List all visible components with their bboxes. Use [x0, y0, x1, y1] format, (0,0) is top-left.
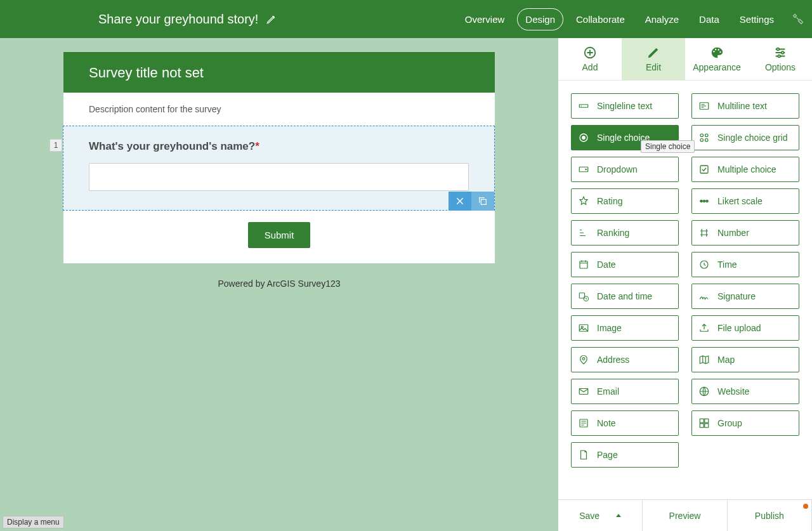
- number-icon: [698, 227, 710, 239]
- survey-name: Share your greyhound story!: [98, 12, 258, 27]
- website-icon: [698, 386, 710, 397]
- question-input[interactable]: [89, 163, 469, 191]
- svg-rect-35: [705, 424, 709, 428]
- qtype-label: Page: [597, 450, 618, 460]
- qtype-label: Multiline text: [717, 101, 767, 111]
- ranking-icon: [578, 227, 589, 239]
- single-choice-grid-icon: [698, 132, 710, 143]
- note-icon: [578, 417, 589, 429]
- edit-title-button[interactable]: [266, 13, 277, 25]
- powered-by: Powered by ArcGIS Survey123: [63, 279, 495, 289]
- qtype-signature[interactable]: Signature: [691, 284, 799, 309]
- single-choice-icon: [578, 132, 589, 143]
- svg-rect-33: [705, 419, 709, 423]
- qtype-page[interactable]: Page: [571, 442, 679, 468]
- qtype-time[interactable]: Time: [691, 252, 799, 277]
- dropdown-icon: [578, 164, 589, 175]
- svg-rect-29: [579, 389, 588, 395]
- submit-button[interactable]: Submit: [248, 222, 311, 248]
- qtype-likert-scale[interactable]: Likert scale: [691, 188, 799, 214]
- question-type-palette: Singleline textMultiline textSingle choi…: [558, 81, 812, 499]
- options-icon: [773, 46, 787, 60]
- save-button[interactable]: Save: [558, 500, 643, 531]
- browser-tooltip: Display a menu: [3, 516, 64, 528]
- qtype-email[interactable]: Email: [571, 379, 679, 404]
- svg-point-16: [705, 139, 709, 142]
- qtype-label: Multiple choice: [717, 164, 776, 174]
- qtype-address[interactable]: Address: [571, 347, 679, 372]
- qtype-website[interactable]: Website: [691, 379, 799, 404]
- qtype-singleline-text[interactable]: Singleline text: [571, 93, 679, 119]
- survey-description[interactable]: Description content for the survey: [63, 93, 495, 126]
- group-icon: [698, 417, 710, 429]
- svg-rect-9: [579, 105, 588, 108]
- qtype-label: Note: [597, 418, 616, 428]
- edit-icon: [646, 46, 660, 60]
- qtype-number[interactable]: Number: [691, 220, 799, 246]
- file-upload-icon: [698, 322, 710, 334]
- nav-overview[interactable]: Overview: [457, 9, 513, 30]
- svg-point-12: [582, 136, 586, 140]
- duplicate-question-button[interactable]: [471, 192, 494, 211]
- qtype-note[interactable]: Note: [571, 410, 679, 436]
- tab-add[interactable]: Add: [558, 38, 622, 80]
- svg-point-14: [705, 134, 709, 137]
- delete-question-button[interactable]: [449, 192, 471, 211]
- qtype-date-and-time[interactable]: Date and time: [571, 284, 679, 309]
- qtype-group[interactable]: Group: [691, 410, 799, 436]
- qtype-label: Number: [717, 228, 749, 238]
- qtype-file-upload[interactable]: File upload: [691, 315, 799, 341]
- save-label: Save: [579, 511, 599, 521]
- date-icon: [578, 259, 589, 270]
- question-label-text: What's your greyhound's name?: [89, 140, 255, 152]
- preview-button[interactable]: Preview: [643, 500, 727, 531]
- pencil-icon: [266, 13, 277, 25]
- qtype-multiple-choice[interactable]: Multiple choice: [691, 157, 799, 182]
- page-icon: [578, 449, 589, 461]
- appearance-icon: [710, 46, 724, 60]
- qtype-label: Rating: [597, 196, 622, 206]
- question-label: What's your greyhound's name?*: [89, 140, 469, 153]
- qtype-rating[interactable]: Rating: [571, 188, 679, 214]
- qtype-dropdown[interactable]: Dropdown: [571, 157, 679, 182]
- qtype-label: Date: [597, 259, 616, 270]
- nav-settings[interactable]: Settings: [732, 9, 782, 30]
- publish-button[interactable]: Publish: [728, 500, 812, 531]
- qtype-label: Likert scale: [717, 196, 763, 206]
- tab-options[interactable]: Options: [749, 38, 812, 80]
- multiple-choice-icon: [698, 164, 710, 175]
- svg-point-13: [700, 134, 704, 137]
- survey-canvas: Survey title not set Description content…: [0, 38, 558, 531]
- qtype-label: Single choice grid: [717, 133, 788, 143]
- nav-collaborate[interactable]: Collaborate: [568, 9, 632, 30]
- qtype-label: Website: [717, 386, 749, 397]
- survey-title[interactable]: Survey title not set: [63, 52, 495, 93]
- svg-rect-22: [580, 261, 587, 268]
- duplicate-icon: [478, 196, 488, 206]
- svg-point-7: [782, 51, 784, 54]
- svg-rect-0: [481, 199, 486, 204]
- qtype-date[interactable]: Date: [571, 252, 679, 277]
- nav-design[interactable]: Design: [517, 8, 563, 30]
- top-nav: Overview Design Collaborate Analyze Data…: [457, 8, 782, 30]
- rating-icon: [578, 195, 589, 207]
- tab-appearance[interactable]: Appearance: [685, 38, 749, 80]
- svg-point-15: [700, 139, 704, 142]
- nav-analyze[interactable]: Analyze: [638, 9, 686, 30]
- qtype-label: Group: [717, 418, 742, 428]
- tab-edit[interactable]: Edit: [622, 38, 685, 80]
- time-icon: [698, 259, 710, 270]
- qtype-label: Image: [597, 323, 622, 333]
- tools-button[interactable]: [792, 13, 804, 25]
- qtype-multiline-text[interactable]: Multiline text: [691, 93, 799, 119]
- qtype-image[interactable]: Image: [571, 315, 679, 341]
- qtype-label: Email: [597, 386, 619, 397]
- qtype-ranking[interactable]: Ranking: [571, 220, 679, 246]
- qtype-map[interactable]: Map: [691, 347, 799, 372]
- question-1[interactable]: 1 What's your greyhound's name?*: [63, 126, 495, 211]
- address-icon: [578, 354, 589, 365]
- qtype-single-choice-grid[interactable]: Single choice grid: [691, 125, 799, 150]
- svg-point-5: [719, 51, 721, 53]
- nav-data[interactable]: Data: [691, 9, 727, 30]
- hover-tooltip: Single choice: [641, 140, 695, 153]
